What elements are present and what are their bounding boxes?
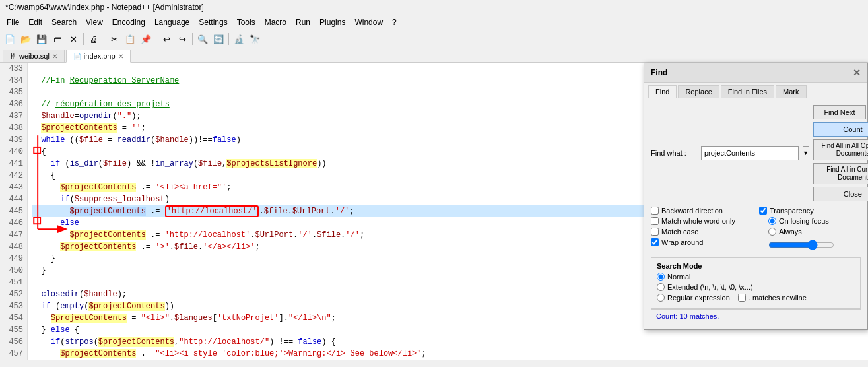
save-btn[interactable]: 💾 bbox=[34, 32, 49, 46]
menu-tools[interactable]: Tools bbox=[233, 17, 259, 28]
sep4 bbox=[192, 33, 193, 45]
wrap-around-row: Wrap around bbox=[651, 238, 752, 246]
main-area: 433 434 435 436 437 438 439 440 441 442 … bbox=[0, 63, 868, 360]
menu-macro[interactable]: Macro bbox=[261, 17, 290, 28]
backward-direction-row: Backward direction bbox=[651, 207, 752, 215]
zoom-in-btn[interactable]: 🔬 bbox=[232, 32, 246, 46]
backward-direction-label: Backward direction bbox=[661, 207, 723, 215]
title-bar: *C:\wamp64\www\index.php - Notepad++ [Ad… bbox=[0, 0, 868, 15]
find-next-btn[interactable]: Find Next bbox=[813, 105, 866, 119]
transparency-slider[interactable] bbox=[768, 240, 834, 250]
tab-bar: 🗄 weibo.sql ✕ 📄 index.php ✕ bbox=[0, 48, 868, 63]
replace-btn[interactable]: 🔄 bbox=[211, 32, 226, 46]
menu-file[interactable]: File bbox=[3, 17, 23, 28]
tab-weibo[interactable]: 🗄 weibo.sql ✕ bbox=[3, 50, 65, 62]
always-row: Always bbox=[759, 228, 861, 236]
tab-weibo-icon: 🗄 bbox=[10, 53, 17, 60]
menu-window[interactable]: Window bbox=[351, 17, 387, 28]
find-all-opened-btn[interactable]: Find All in All Opened Documents bbox=[813, 139, 868, 160]
count-btn[interactable]: Count bbox=[813, 122, 868, 137]
save-all-btn[interactable]: 🗃 bbox=[50, 32, 65, 46]
regex-mode-row: Regular expression . matches newline bbox=[657, 294, 855, 302]
zoom-out-btn[interactable]: 🔭 bbox=[248, 32, 262, 46]
normal-mode-label: Normal bbox=[667, 273, 690, 281]
dialog-tab-findinfiles[interactable]: Find in Files bbox=[721, 85, 774, 98]
paste-btn[interactable]: 📌 bbox=[139, 32, 153, 46]
transparency-label-text: Transparency bbox=[770, 207, 814, 215]
find-what-input[interactable] bbox=[701, 146, 799, 160]
tab-weibo-close[interactable]: ✕ bbox=[52, 53, 57, 60]
menu-search[interactable]: Search bbox=[48, 17, 81, 28]
search-mode-title: Search Mode bbox=[657, 262, 855, 270]
regex-mode-label: Regular expression bbox=[667, 294, 730, 302]
find-next-row: Find Next bbox=[813, 105, 868, 119]
line-458: if(!isset($error_content)) bbox=[32, 360, 864, 360]
find-all-current-btn[interactable]: Find All in Current Document bbox=[813, 163, 868, 184]
options-right: Transparency On losing focus Always bbox=[759, 207, 861, 252]
menu-help[interactable]: ? bbox=[388, 17, 401, 28]
dialog-tab-replace[interactable]: Replace bbox=[678, 85, 719, 98]
transparency-check[interactable] bbox=[759, 207, 767, 215]
menu-plugins[interactable]: Plugins bbox=[316, 17, 349, 28]
find-dialog: Find ✕ Find Replace Find in Files Mark F… bbox=[644, 63, 868, 330]
backward-direction-check[interactable] bbox=[651, 207, 659, 215]
menu-bar: File Edit Search View Encoding Language … bbox=[0, 15, 868, 30]
print-btn[interactable]: 🖨 bbox=[86, 32, 101, 46]
always-radio[interactable] bbox=[768, 228, 776, 236]
on-losing-focus-row: On losing focus bbox=[759, 217, 861, 225]
redo-btn[interactable]: ↪ bbox=[175, 32, 189, 46]
dialog-tabs: Find Replace Find in Files Mark bbox=[644, 83, 867, 98]
on-losing-focus-radio[interactable] bbox=[768, 217, 776, 225]
regex-mode-radio[interactable] bbox=[657, 294, 665, 302]
tab-index[interactable]: 📄 index.php ✕ bbox=[66, 50, 131, 63]
find-dropdown-btn[interactable]: ▼ bbox=[803, 146, 809, 160]
tab-index-icon: 📄 bbox=[73, 53, 81, 60]
dialog-tab-find[interactable]: Find bbox=[648, 85, 677, 98]
line-457: $projectContents .= "<li><i style='color… bbox=[32, 348, 864, 360]
undo-btn[interactable]: ↩ bbox=[159, 32, 174, 46]
on-losing-focus-label: On losing focus bbox=[779, 217, 829, 225]
cut-btn[interactable]: ✂ bbox=[107, 32, 121, 46]
sep3 bbox=[156, 33, 156, 45]
extended-mode-row: Extended (\n, \r, \t, \0, \x...) bbox=[657, 283, 855, 291]
transparency-row: Transparency bbox=[759, 207, 861, 215]
dialog-close-btn[interactable]: ✕ bbox=[853, 67, 861, 78]
find-buttons: Find Next Count Find All in All Opened D… bbox=[813, 105, 868, 201]
search-mode: Search Mode Normal Extended (\n, \r, \t,… bbox=[651, 257, 861, 309]
find-btn[interactable]: 🔍 bbox=[195, 32, 210, 46]
close-btn[interactable]: ✕ bbox=[66, 32, 81, 46]
match-case-check[interactable] bbox=[651, 228, 659, 236]
copy-btn[interactable]: 📋 bbox=[123, 32, 137, 46]
menu-view[interactable]: View bbox=[82, 17, 107, 28]
match-whole-word-check[interactable] bbox=[651, 217, 659, 225]
menu-edit[interactable]: Edit bbox=[24, 17, 46, 28]
find-what-label: Find what : bbox=[651, 149, 697, 157]
matches-newline-check[interactable] bbox=[738, 294, 746, 302]
sep5 bbox=[228, 33, 229, 45]
status-bar: Count: 10 matches. bbox=[651, 309, 861, 323]
find-what-row: Find what : ▼ Find Next Count Find All i… bbox=[651, 105, 861, 201]
status-text: Count: 10 matches. bbox=[656, 312, 719, 320]
tab-index-close[interactable]: ✕ bbox=[118, 53, 123, 60]
line-numbers: 433 434 435 436 437 438 439 440 441 442 … bbox=[0, 63, 28, 360]
menu-language[interactable]: Language bbox=[150, 17, 193, 28]
options-left: Backward direction Match whole word only… bbox=[651, 207, 752, 252]
new-btn[interactable]: 📄 bbox=[3, 32, 17, 46]
sep1 bbox=[83, 33, 84, 45]
menu-encoding[interactable]: Encoding bbox=[108, 17, 149, 28]
match-whole-word-label: Match whole word only bbox=[661, 217, 735, 225]
open-btn[interactable]: 📂 bbox=[18, 32, 33, 46]
tab-index-label: index.php bbox=[84, 52, 116, 60]
dialog-title-text: Find bbox=[651, 68, 667, 77]
sep2 bbox=[104, 33, 104, 45]
match-case-row: Match case bbox=[651, 228, 752, 236]
extended-mode-radio[interactable] bbox=[657, 283, 665, 291]
normal-mode-radio[interactable] bbox=[657, 273, 665, 281]
close-btn[interactable]: Close bbox=[813, 187, 868, 201]
dialog-tab-mark[interactable]: Mark bbox=[776, 85, 806, 98]
tab-weibo-label: weibo.sql bbox=[19, 52, 50, 60]
always-label: Always bbox=[779, 228, 802, 236]
wrap-around-check[interactable] bbox=[651, 238, 659, 246]
menu-settings[interactable]: Settings bbox=[195, 17, 231, 28]
menu-run[interactable]: Run bbox=[292, 17, 314, 28]
